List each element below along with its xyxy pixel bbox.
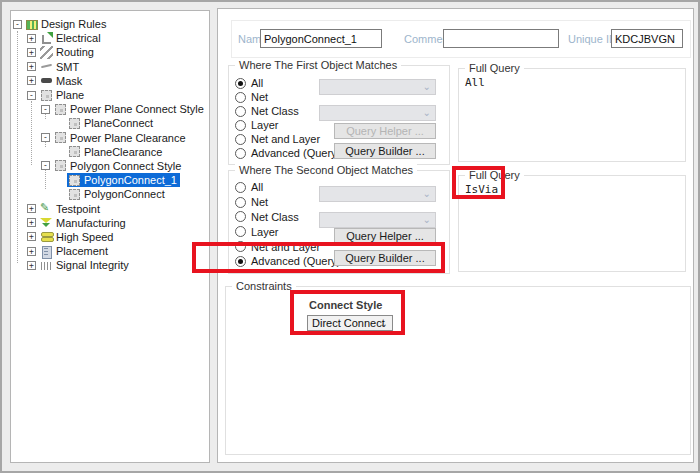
- tree-item[interactable]: + Mask: [11, 74, 209, 88]
- constraints-title: Constraints: [232, 280, 296, 292]
- expand-toggle-icon[interactable]: -: [27, 91, 36, 100]
- tree-item-label: High Speed: [53, 231, 114, 243]
- annotation-box-connect-style: [290, 290, 405, 335]
- tree-item[interactable]: PlaneClearance: [11, 145, 209, 159]
- chevron-down-icon: ⌄: [423, 214, 431, 225]
- rules-tree: - Design Rules + Electrical: [11, 11, 209, 272]
- expand-toggle-icon[interactable]: +: [27, 204, 36, 213]
- radio-option-label: Net: [251, 91, 268, 103]
- radio-button-icon[interactable]: [235, 226, 246, 237]
- tree-item[interactable]: - Design Rules: [11, 17, 209, 31]
- radio-button-icon[interactable]: [235, 182, 246, 193]
- chevron-down-icon: ⌄: [423, 107, 431, 118]
- expand-toggle-icon[interactable]: +: [27, 247, 36, 256]
- first-match-scope-dropdown[interactable]: ⌄: [319, 79, 436, 95]
- radio-option-label: Net and Layer: [251, 133, 320, 145]
- radio-button-icon[interactable]: [235, 120, 246, 131]
- expand-toggle-icon[interactable]: +: [27, 218, 36, 227]
- first-full-query-box: Full Query All: [458, 68, 686, 162]
- annotation-box-advanced-query: [192, 242, 445, 273]
- plane-icon: [55, 132, 66, 143]
- radio-option-label: Layer: [251, 119, 279, 131]
- radio-button-icon[interactable]: [235, 92, 246, 103]
- radio-button-icon[interactable]: [235, 197, 246, 208]
- expand-toggle-icon[interactable]: +: [27, 34, 36, 43]
- radio-button-icon[interactable]: [235, 106, 246, 117]
- expand-toggle-icon[interactable]: +: [27, 261, 36, 270]
- unique-id-input[interactable]: [611, 29, 683, 48]
- tree-item[interactable]: - Polygon Connect Style: [11, 159, 209, 173]
- tree-item[interactable]: PlaneConnect: [11, 116, 209, 130]
- signalintegrity-icon: [40, 259, 53, 272]
- tree-item-label: Testpoint: [53, 203, 100, 215]
- expand-toggle-icon[interactable]: -: [41, 105, 50, 114]
- tree-item-label: Plane: [53, 89, 84, 101]
- plane-icon: [69, 146, 80, 157]
- tree-item[interactable]: + Testpoint: [11, 201, 209, 215]
- tree-item[interactable]: + SMT: [11, 60, 209, 74]
- second-match-scope-dropdown[interactable]: ⌄: [319, 186, 436, 202]
- radio-option-label: Advanced (Query): [251, 147, 340, 159]
- radio-option[interactable]: Net and Layer: [235, 132, 340, 146]
- tree-item[interactable]: PolygonConnect: [11, 187, 209, 201]
- expand-toggle-icon[interactable]: -: [13, 20, 22, 29]
- tree-item-label: Manufacturing: [53, 217, 126, 229]
- chevron-down-icon: ⌄: [423, 81, 431, 92]
- radio-button-icon[interactable]: [235, 78, 246, 89]
- tree-item[interactable]: - Plane: [11, 88, 209, 102]
- expand-toggle-icon[interactable]: +: [27, 48, 36, 57]
- plane-icon: [69, 118, 80, 129]
- tree-item[interactable]: + Manufacturing: [11, 216, 209, 230]
- rule-identity-box: Name Comment Unique ID: [231, 20, 691, 58]
- plane-icon: [69, 189, 80, 200]
- radio-button-icon[interactable]: [235, 211, 246, 222]
- second-object-match-title: Where The Second Object Matches: [235, 164, 417, 176]
- chevron-down-icon: ⌄: [423, 188, 431, 199]
- tree-item[interactable]: PolygonConnect_1: [11, 173, 209, 187]
- placement-icon: [40, 245, 53, 258]
- tree-item[interactable]: - Power Plane Connect Style: [11, 102, 209, 116]
- tree-item[interactable]: + Signal Integrity: [11, 258, 209, 272]
- tree-item[interactable]: + Electrical: [11, 31, 209, 45]
- annotation-box-full-query: [452, 166, 505, 199]
- expand-toggle-icon[interactable]: -: [41, 161, 50, 170]
- second-match-class-dropdown[interactable]: ⌄: [319, 212, 436, 228]
- smt-icon: [40, 60, 53, 73]
- first-full-query-title: Full Query: [465, 62, 524, 74]
- highspeed-icon: [40, 230, 53, 243]
- tree-item-label: Mask: [53, 75, 82, 87]
- tree-item-label: SMT: [53, 61, 79, 73]
- routing-icon: [40, 46, 53, 59]
- electrical-icon: [40, 32, 53, 45]
- comment-input[interactable]: [443, 29, 559, 48]
- tree-item-label: PlaneConnect: [81, 117, 153, 129]
- tree-item[interactable]: + Placement: [11, 244, 209, 258]
- tree-item-label: Design Rules: [38, 18, 106, 30]
- tree-item-label: PolygonConnect_1: [81, 174, 177, 186]
- first-object-match-title: Where The First Object Matches: [235, 59, 401, 71]
- expand-toggle-icon[interactable]: +: [27, 76, 36, 85]
- first-object-match-group: Where The First Object Matches All Net: [228, 65, 450, 165]
- expand-toggle-icon[interactable]: +: [27, 62, 36, 71]
- radio-button-icon[interactable]: [235, 134, 246, 145]
- tree-item[interactable]: + Routing: [11, 45, 209, 59]
- first-query-builder-button[interactable]: Query Builder ...: [334, 143, 436, 159]
- tree-item[interactable]: + High Speed: [11, 230, 209, 244]
- radio-option-label: Net Class: [251, 105, 299, 117]
- rules-tree-panel: - Design Rules + Electrical: [10, 10, 210, 463]
- expand-toggle-icon[interactable]: -: [41, 133, 50, 142]
- expand-toggle-icon[interactable]: +: [27, 232, 36, 241]
- name-input[interactable]: [260, 29, 382, 48]
- first-match-class-dropdown[interactable]: ⌄: [319, 105, 436, 121]
- tree-item-label: Placement: [53, 245, 108, 257]
- tree-item-label: PlaneClearance: [81, 146, 162, 158]
- tree-item[interactable]: - Power Plane Clearance: [11, 131, 209, 145]
- radio-button-icon[interactable]: [235, 148, 246, 159]
- tree-item-label: Routing: [53, 46, 94, 58]
- plane-icon: [69, 175, 80, 186]
- radio-option[interactable]: Advanced (Query): [235, 146, 340, 160]
- plane-icon: [55, 104, 66, 115]
- radio-option-label: Net Class: [251, 211, 299, 223]
- rules-icon: [26, 20, 38, 30]
- radio-option-label: Layer: [251, 226, 279, 238]
